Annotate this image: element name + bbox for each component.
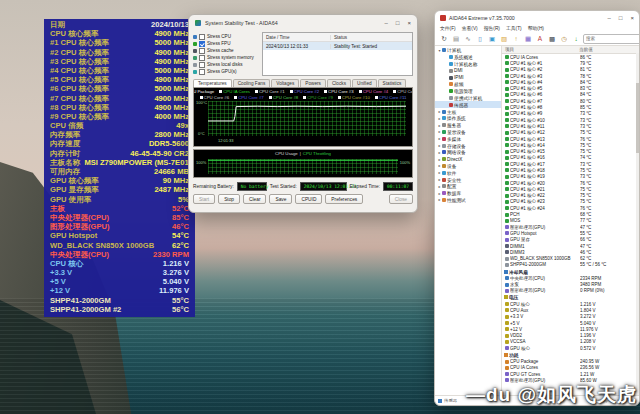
aida-titlebar[interactable]: AIDA64 Extreme v7.35.7000 – □ × bbox=[435, 11, 639, 24]
legend-item[interactable]: CPU IA Cores bbox=[219, 89, 250, 94]
computer-icon[interactable]: ▯ bbox=[475, 33, 485, 45]
sensor-row[interactable]: CPU #1 核心 #10 73 °C bbox=[502, 117, 639, 123]
sensor-row[interactable]: CPU #1 核心 #2 81 °C bbox=[502, 67, 639, 73]
tree-item[interactable]: 超频 bbox=[435, 81, 501, 88]
sensor-row[interactable]: CPU 核心 1.216 V bbox=[502, 301, 639, 307]
scrollbar[interactable] bbox=[636, 53, 639, 395]
legend-item[interactable]: CPU Core #4 bbox=[359, 89, 389, 94]
image-icon[interactable]: ▦ bbox=[523, 33, 533, 45]
report-icon[interactable]: ▩ bbox=[547, 33, 557, 45]
download-icon[interactable]: ↓ bbox=[571, 33, 581, 45]
sensor-row[interactable]: CPU IA Cores 86 °C bbox=[502, 54, 639, 60]
tree-item[interactable]: 系统概述 bbox=[435, 54, 501, 61]
font-icon[interactable]: A bbox=[535, 33, 545, 45]
stress-checkbox[interactable] bbox=[199, 55, 205, 61]
tree-item[interactable]: 传感器 bbox=[435, 101, 501, 108]
tab[interactable]: Clocks bbox=[327, 79, 351, 87]
stress-option[interactable]: Stress CPU bbox=[193, 33, 259, 40]
sensor-row[interactable]: CPU #1 核心 #4 84 °C bbox=[502, 79, 639, 85]
tree-item[interactable]: 便携式计算机 bbox=[435, 95, 501, 102]
sensor-row[interactable]: WD_BLACK SN850X 1000GB 62 °C bbox=[502, 256, 639, 262]
sensor-row[interactable]: CPU #1 核心 #8 85 °C bbox=[502, 104, 639, 110]
legend-item[interactable]: CPU Core #2 bbox=[290, 89, 320, 94]
tree-item[interactable]: IPMI bbox=[435, 74, 501, 81]
sensor-row[interactable]: CPU #1 核心 #5 83 °C bbox=[502, 85, 639, 91]
tab[interactable]: Cooling Fans bbox=[233, 79, 271, 87]
sensor-row[interactable]: GPU 核心 0.572 V bbox=[502, 345, 639, 351]
maximize-button[interactable]: □ bbox=[396, 20, 400, 26]
sensor-row[interactable]: CPU #1 核心 #13 76 °C bbox=[502, 136, 639, 142]
refresh-icon[interactable]: ↻ bbox=[439, 33, 449, 45]
tree-item[interactable]: ▸ 存储设备 bbox=[435, 142, 501, 149]
sensor-row[interactable]: CPU #1 核心 #19 73 °C bbox=[502, 174, 639, 180]
search-input[interactable] bbox=[583, 34, 640, 44]
sensor-row[interactable]: MOS 77 °C bbox=[502, 218, 639, 224]
sensor-row[interactable]: CPU #1 核心 #3 78 °C bbox=[502, 73, 639, 79]
sensor-row[interactable]: 图形处理器(GPU) 47 °C bbox=[502, 224, 639, 230]
menu-item[interactable]: 文件(F) bbox=[440, 25, 456, 31]
folder-icon[interactable]: ▣ bbox=[487, 33, 497, 45]
tab[interactable]: Unified bbox=[352, 79, 377, 87]
sensor-row[interactable]: CPU #1 核心 #24 76 °C bbox=[502, 205, 639, 211]
close-window-button[interactable]: × bbox=[407, 20, 411, 26]
maximize-button[interactable]: □ bbox=[619, 15, 623, 21]
stability-titlebar[interactable]: System Stability Test - AIDA64 – □ × bbox=[189, 15, 417, 30]
sensor-row[interactable]: CPU #1 核心 #12 75 °C bbox=[502, 130, 639, 136]
tree-item[interactable]: ▸ 主板 bbox=[435, 108, 501, 115]
legend-item[interactable]: CPU Core #8 bbox=[269, 95, 299, 100]
stress-option[interactable]: Stress FPU bbox=[193, 40, 259, 47]
stop-button[interactable]: Stop bbox=[218, 194, 240, 204]
stress-checkbox[interactable] bbox=[199, 48, 205, 54]
log-row[interactable]: 2024/10/13 12:01:33 Stability Test: Star… bbox=[263, 42, 412, 50]
sensor-row[interactable]: CPU #1 核心 #14 75 °C bbox=[502, 142, 639, 148]
sensor-row[interactable]: CPU #1 核心 #1 79 °C bbox=[502, 60, 639, 66]
legend-item[interactable]: CPU Core #5 bbox=[393, 89, 413, 94]
sensor-row[interactable]: VDD2 1.196 V bbox=[502, 332, 639, 338]
sensor-row[interactable]: CPU #1 核心 #21 75 °C bbox=[502, 186, 639, 192]
legend-item[interactable]: CPU Core #9 bbox=[303, 95, 333, 100]
close-button[interactable]: Close bbox=[389, 194, 413, 204]
sensor-row[interactable]: CPU #1 核心 #23 75 °C bbox=[502, 199, 639, 205]
sensor-row[interactable]: GPU Hotspot 55 °C bbox=[502, 230, 639, 236]
stress-option[interactable]: Stress local disks bbox=[193, 61, 259, 68]
menu-item[interactable]: 帮助(H) bbox=[528, 25, 544, 31]
folder-open-icon[interactable]: ▨ bbox=[499, 33, 509, 45]
stress-checkbox[interactable] bbox=[199, 62, 205, 68]
tree-item[interactable]: ▸ DirectX bbox=[435, 156, 501, 163]
sensor-row[interactable]: CPU Aux 1.804 V bbox=[502, 307, 639, 313]
tree-item[interactable]: ▸ 服务器 bbox=[435, 122, 501, 129]
cpuid-button[interactable]: CPUID bbox=[295, 194, 322, 204]
sensor-row[interactable]: SHPP41-2000GM 55 °C / 56 °C bbox=[502, 262, 639, 268]
sensor-row[interactable]: 水泵 3480 RPM bbox=[502, 281, 639, 287]
sensor-row[interactable]: CPU #1 核心 #15 75 °C bbox=[502, 148, 639, 154]
tree-item[interactable]: ▸ 数据库 bbox=[435, 190, 501, 197]
legend-item[interactable]: CPU Package bbox=[193, 89, 214, 94]
scrollbar-thumb[interactable] bbox=[636, 83, 639, 153]
sensor-row[interactable]: CPU #1 核心 #22 75 °C bbox=[502, 193, 639, 199]
sensor-row[interactable]: CPU #1 核心 #18 75 °C bbox=[502, 167, 639, 173]
tree-item[interactable]: ▸ 性能测试 bbox=[435, 197, 501, 204]
start-button[interactable]: Start bbox=[193, 194, 215, 204]
sensor-row[interactable]: DIMM3 46 °C bbox=[502, 249, 639, 255]
minimize-button[interactable]: – bbox=[385, 20, 388, 26]
sensor-row[interactable]: CPU #1 核心 #6 84 °C bbox=[502, 92, 639, 98]
menu-item[interactable]: 查看(V) bbox=[462, 25, 478, 31]
tree-item[interactable]: ▸ 安全性 bbox=[435, 176, 501, 183]
sensor-row[interactable]: +12 V 11.976 V bbox=[502, 326, 639, 332]
legend-item[interactable]: CPU Core #3 bbox=[324, 89, 354, 94]
legend-item[interactable]: CPU Core #1 bbox=[255, 89, 285, 94]
sensor-row[interactable]: PCH 68 °C bbox=[502, 211, 639, 217]
up-icon[interactable]: ↑ bbox=[511, 33, 521, 45]
tab[interactable]: Statistics bbox=[378, 79, 407, 87]
clear-button[interactable]: Clear bbox=[243, 194, 266, 204]
clock-icon[interactable]: ◷ bbox=[559, 33, 569, 45]
tab[interactable]: Voltages bbox=[271, 79, 299, 87]
tree-item[interactable]: ▸ 设备 bbox=[435, 163, 501, 170]
stress-option[interactable]: Stress system memory bbox=[193, 54, 259, 61]
tree-item[interactable]: 电源管理 bbox=[435, 88, 501, 95]
save-button[interactable]: Save bbox=[269, 194, 292, 204]
tree-item[interactable]: 计算机名称 bbox=[435, 61, 501, 68]
sensor-row[interactable]: +5 V 5.040 V bbox=[502, 320, 639, 326]
close-window-button[interactable]: × bbox=[630, 15, 634, 21]
tree-item[interactable]: ▸ 操作系统 bbox=[435, 115, 501, 122]
